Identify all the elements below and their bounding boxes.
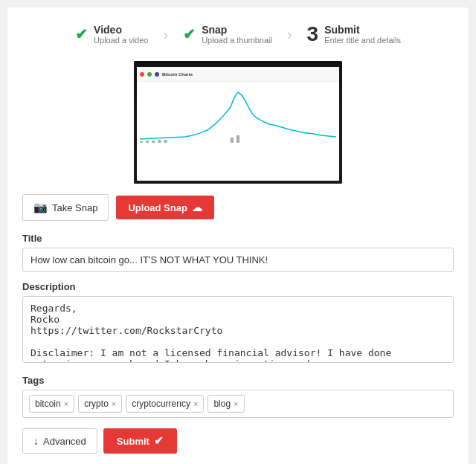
- snap-buttons-row: 📷 Take Snap Upload Snap ☁: [22, 194, 454, 221]
- svg-rect-2: [152, 141, 155, 143]
- step-snap-subtitle: Upload a thumbnail: [202, 36, 272, 45]
- step-video-text: Video Upload a video: [94, 24, 148, 45]
- title-input[interactable]: [22, 248, 454, 272]
- divider-2: ›: [287, 26, 292, 43]
- tag-cryptocurrency-label: cryptocurrency: [132, 399, 190, 409]
- step-snap-title: Snap: [202, 24, 272, 36]
- upload-icon: ☁: [192, 202, 202, 213]
- submit-label: Submit: [117, 436, 149, 447]
- tag-crypto[interactable]: crypto ×: [78, 395, 122, 413]
- submit-check-icon: ✔: [154, 434, 164, 448]
- submit-button[interactable]: Submit ✔: [103, 428, 177, 454]
- video-preview: Bitcoin Charts: [134, 61, 342, 184]
- step-submit-subtitle: Enter title and details: [324, 36, 401, 45]
- snap-check-icon: ✔: [183, 25, 196, 43]
- upload-snap-button[interactable]: Upload Snap ☁: [116, 196, 213, 219]
- step-snap-text: Snap Upload a thumbnail: [202, 24, 272, 45]
- take-snap-button[interactable]: 📷 Take Snap: [22, 194, 109, 221]
- svg-rect-5: [231, 138, 234, 143]
- chart-svg: [140, 85, 336, 144]
- step-submit-text: Submit Enter title and details: [324, 24, 401, 45]
- tags-label: Tags: [22, 375, 454, 386]
- tags-container[interactable]: bitcoin × crypto × cryptocurrency × blog…: [22, 390, 454, 418]
- tag-bitcoin-label: bitcoin: [35, 399, 61, 409]
- svg-rect-6: [237, 135, 239, 143]
- description-textarea[interactable]: Regards, Rocko https://twitter.com/Rocks…: [22, 296, 454, 363]
- steps-header: ✔ Video Upload a video › ✔ Snap Upload a…: [22, 22, 454, 46]
- down-arrow-icon: ↓: [33, 435, 39, 447]
- tag-blog[interactable]: blog ×: [208, 395, 244, 413]
- upload-snap-label: Upload Snap: [128, 202, 187, 213]
- svg-rect-3: [158, 140, 161, 143]
- chart-header: Bitcoin Charts: [137, 67, 339, 82]
- chart-simulation: Bitcoin Charts: [137, 67, 339, 181]
- svg-rect-0: [140, 141, 143, 143]
- tag-bitcoin[interactable]: bitcoin ×: [29, 395, 74, 413]
- step-video-title: Video: [94, 24, 148, 36]
- step-submit-title: Submit: [324, 24, 401, 36]
- description-label: Description: [22, 281, 454, 292]
- tag-cryptocurrency[interactable]: cryptocurrency ×: [126, 395, 204, 413]
- tag-bitcoin-remove[interactable]: ×: [64, 399, 68, 408]
- bottom-buttons-row: ↓ Advanced Submit ✔: [22, 428, 454, 454]
- tag-crypto-remove[interactable]: ×: [112, 399, 116, 408]
- tag-blog-remove[interactable]: ×: [234, 399, 238, 408]
- dot-green: [147, 72, 152, 77]
- svg-rect-4: [164, 140, 167, 143]
- chart-body: [137, 82, 339, 181]
- svg-rect-1: [146, 141, 149, 143]
- advanced-label: Advanced: [43, 436, 86, 447]
- dot-red: [140, 72, 144, 77]
- take-snap-label: Take Snap: [52, 202, 97, 213]
- tag-blog-label: blog: [213, 399, 231, 409]
- video-preview-inner: Bitcoin Charts: [134, 61, 342, 184]
- camera-icon: 📷: [33, 201, 48, 214]
- chart-title: Bitcoin Charts: [162, 72, 193, 77]
- tag-crypto-label: crypto: [84, 399, 109, 409]
- divider-1: ›: [163, 26, 168, 43]
- main-container: ✔ Video Upload a video › ✔ Snap Upload a…: [7, 7, 469, 464]
- dot-blue: [155, 72, 159, 77]
- step-video: ✔ Video Upload a video: [63, 24, 160, 45]
- submit-step-number: 3: [307, 22, 319, 46]
- step-submit: 3 Submit Enter title and details: [295, 22, 413, 46]
- step-video-subtitle: Upload a video: [94, 36, 148, 45]
- title-label: Title: [22, 233, 454, 244]
- step-snap: ✔ Snap Upload a thumbnail: [171, 24, 284, 45]
- tag-cryptocurrency-remove[interactable]: ×: [193, 399, 198, 408]
- video-check-icon: ✔: [75, 25, 88, 43]
- advanced-button[interactable]: ↓ Advanced: [22, 428, 97, 454]
